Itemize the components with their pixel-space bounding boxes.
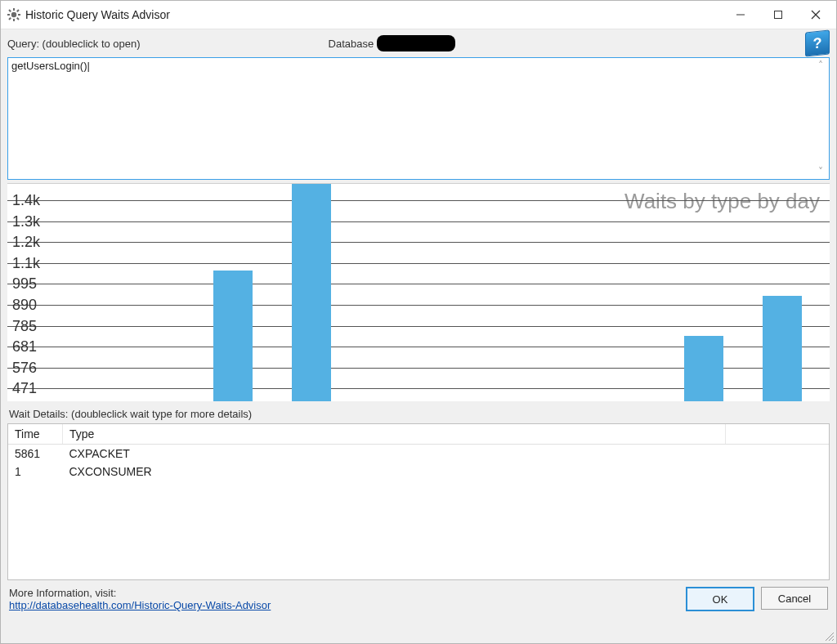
window-root: Historic Query Waits Advisor Query: (dou… xyxy=(0,0,837,644)
dialog-body: Query: (doubleclick to open) Database ? … xyxy=(1,29,836,643)
chart-bar[interactable] xyxy=(213,271,253,401)
chart-bar[interactable] xyxy=(684,336,723,401)
window-title: Historic Query Waits Advisor xyxy=(25,8,170,21)
cell-type: CXPACKET xyxy=(63,445,726,463)
more-info-link[interactable]: http://databasehealth.com/Historic-Query… xyxy=(9,599,271,611)
svg-point-0 xyxy=(11,12,16,17)
svg-line-8 xyxy=(9,18,11,20)
database-name-redacted xyxy=(377,35,455,51)
more-info-label: More Information, visit: xyxy=(9,587,117,599)
wait-details-label: Wait Details: (doubleclick wait type for… xyxy=(2,403,835,423)
table-body: 5861CXPACKET1CXCONSUMER xyxy=(8,445,829,481)
table-header-row: Time Type xyxy=(8,424,829,445)
cancel-button[interactable]: Cancel xyxy=(761,587,828,610)
query-scrollbar[interactable]: ˄ ˅ xyxy=(814,60,827,177)
table-row[interactable]: 5861CXPACKET xyxy=(8,445,829,463)
col-time[interactable]: Time xyxy=(8,424,63,445)
query-text: getUsersLogin()| xyxy=(11,60,90,72)
help-icon[interactable]: ? xyxy=(805,29,830,56)
query-row: Query: (doubleclick to open) Database ? xyxy=(2,31,835,54)
svg-line-5 xyxy=(9,10,11,11)
more-info: More Information, visit: http://database… xyxy=(9,587,271,611)
col-type[interactable]: Type xyxy=(63,424,726,445)
footer: More Information, visit: http://database… xyxy=(2,584,835,616)
svg-line-15 xyxy=(832,639,834,641)
col-blank xyxy=(726,424,829,445)
query-label: Query: (doubleclick to open) xyxy=(7,38,141,50)
svg-rect-10 xyxy=(775,11,782,19)
database-label: Database xyxy=(329,38,374,50)
minimize-button[interactable] xyxy=(722,1,759,29)
maximize-button[interactable] xyxy=(759,1,797,29)
dialog-buttons: OK Cancel xyxy=(686,587,828,611)
svg-line-6 xyxy=(17,18,19,20)
titlebar: Historic Query Waits Advisor xyxy=(1,1,836,29)
scroll-down-icon[interactable]: ˅ xyxy=(818,166,823,177)
close-button[interactable] xyxy=(797,1,835,29)
chart-bar[interactable] xyxy=(292,184,331,401)
chart-bar[interactable] xyxy=(763,296,802,401)
app-icon xyxy=(7,8,20,21)
resize-grip-icon[interactable] xyxy=(823,630,835,642)
svg-line-7 xyxy=(17,10,19,11)
cell-type: CXCONSUMER xyxy=(63,463,726,481)
query-textbox[interactable]: getUsersLogin()| ˄ ˅ xyxy=(7,57,830,180)
window-controls xyxy=(722,1,836,29)
wait-details-table[interactable]: Time Type 5861CXPACKET1CXCONSUMER xyxy=(7,423,830,580)
scroll-up-icon[interactable]: ˄ xyxy=(818,60,823,71)
cell-time: 5861 xyxy=(8,445,63,463)
cell-time: 1 xyxy=(8,463,63,481)
table-row[interactable]: 1CXCONSUMER xyxy=(8,463,829,481)
waits-chart[interactable]: Waits by type by day 1.4k1.3k1.2k1.1k995… xyxy=(7,183,830,401)
chart-bars xyxy=(7,184,830,401)
ok-button[interactable]: OK xyxy=(686,587,754,611)
